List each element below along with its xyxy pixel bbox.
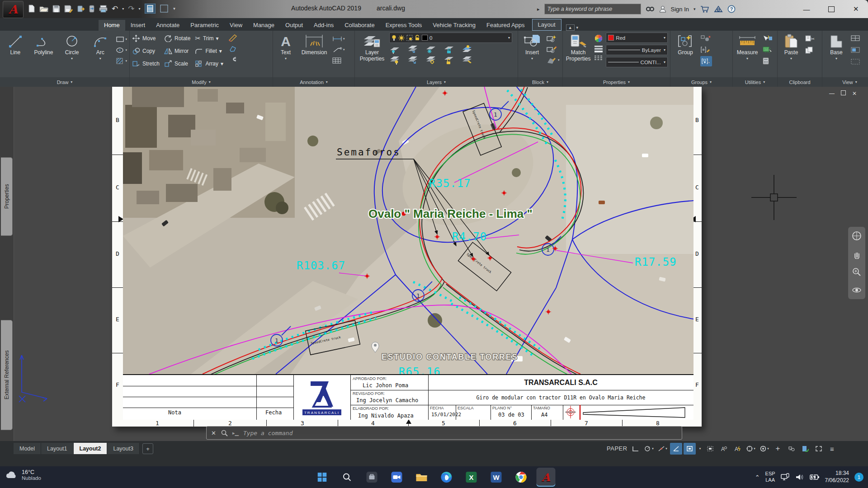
panel-label-block[interactable]: Block▾ — [518, 77, 562, 87]
viewport-minimize-icon[interactable]: — — [829, 90, 835, 97]
network-icon[interactable] — [781, 473, 790, 481]
annotation-scale-current-icon[interactable]: ▾ — [745, 443, 757, 455]
tab-model[interactable]: Model — [14, 443, 41, 454]
status-customize-icon[interactable]: ≡ — [826, 443, 838, 455]
tab-vehicle-tracking[interactable]: Vehicle Tracking — [427, 20, 481, 31]
arc-button[interactable]: Arc▾ — [87, 33, 113, 61]
chrome-icon[interactable] — [512, 468, 531, 487]
ribbon-minimize-icon[interactable]: ▲ — [566, 24, 575, 31]
polar-tracking-icon[interactable]: ▾ — [643, 443, 655, 455]
linetype-icon[interactable] — [594, 55, 603, 61]
clock[interactable]: 18:347/06/2022 — [825, 470, 849, 484]
command-customize-icon[interactable] — [221, 429, 228, 436]
panel-label-clipboard[interactable]: Clipboard — [778, 77, 822, 87]
offset-tool[interactable] — [228, 54, 238, 64]
layout-sheet[interactable]: B C D E F B C D E F 1 2 3 4 5 6 7 8 — [112, 87, 702, 427]
layer-lock-icon[interactable] — [415, 35, 420, 41]
tab-addins[interactable]: Add-ins — [308, 20, 339, 31]
undo-dropdown-icon[interactable]: ▾ — [122, 7, 124, 11]
app-store-cart-icon[interactable] — [700, 5, 709, 13]
polyline-button[interactable]: Polyline — [31, 33, 57, 56]
scale-button[interactable]: Scale — [164, 58, 190, 69]
battery-icon[interactable] — [810, 474, 820, 481]
layer-prev-icon[interactable] — [425, 56, 437, 65]
grid-toggle-icon[interactable] — [629, 443, 642, 455]
text-button[interactable]: A Text▾ — [275, 33, 296, 61]
linetype-dropdown[interactable]: CONTI...▾ — [606, 57, 668, 67]
leader-tool[interactable]: ▾ — [332, 45, 345, 54]
trim-button[interactable]: ✂Trim▾ — [195, 33, 223, 44]
sign-in-dropdown-icon[interactable]: ▾ — [693, 7, 696, 11]
layer-match-icon[interactable] — [407, 56, 419, 65]
isodraft-toggle-icon[interactable] — [670, 443, 682, 455]
paper-space-indicator[interactable]: PAPER — [607, 445, 627, 452]
pan-hand-icon[interactable] — [852, 249, 862, 259]
selection-cycling-icon[interactable] — [684, 443, 696, 455]
autoscale-icon[interactable]: A — [731, 443, 743, 455]
layer-dropdown-icon[interactable]: ▾ — [508, 36, 510, 40]
move-button[interactable]: Move — [132, 33, 160, 44]
line-button[interactable]: Line — [2, 33, 28, 56]
graphics-performance-icon[interactable] — [799, 443, 811, 455]
tab-express-tools[interactable]: Express Tools — [380, 20, 428, 31]
panel-label-properties[interactable]: Properties▾ — [563, 77, 670, 87]
layer-freeze-icon[interactable] — [425, 45, 437, 54]
quick-select-tool[interactable] — [762, 33, 773, 43]
keyword-search-input[interactable] — [544, 4, 641, 14]
weather-widget[interactable]: 16°CNublado — [5, 469, 41, 481]
language-indicator[interactable]: ESPLAA — [765, 471, 775, 483]
sign-in-button[interactable]: Sign In — [671, 6, 689, 13]
start-button[interactable] — [313, 468, 332, 487]
qat-customize-icon[interactable]: ▼ — [173, 7, 176, 11]
new-layout-button[interactable]: + — [142, 443, 153, 454]
close-icon[interactable]: ✕ — [853, 5, 859, 13]
plot-icon[interactable] — [77, 5, 85, 13]
paste-button[interactable]: Paste▾ — [780, 33, 802, 61]
print-icon[interactable] — [99, 5, 108, 13]
app-dark-icon[interactable] — [363, 468, 382, 487]
erase-tool[interactable] — [228, 33, 238, 42]
command-line-bar[interactable]: ✕ ▸▁ Type a command — [206, 426, 682, 440]
tab-manage[interactable]: Manage — [248, 20, 280, 31]
tab-output[interactable]: Output — [280, 20, 308, 31]
match-properties-button[interactable]: Match Properties — [565, 33, 591, 62]
word-icon[interactable]: W — [487, 468, 506, 487]
tab-featured-apps[interactable]: Featured Apps — [481, 20, 530, 31]
tab-annotate[interactable]: Annotate — [151, 20, 185, 31]
explode-tool[interactable] — [228, 43, 238, 53]
viewport-aerial-photo[interactable]: SpeedCrete truck SpeedCrete truck SpeedC… — [123, 87, 693, 374]
color-wheel-icon[interactable] — [594, 34, 603, 43]
insert-button[interactable]: Insert▾ — [520, 33, 544, 61]
layer-dropdown[interactable]: 0 ▾ — [389, 33, 512, 43]
copy-clip-tool[interactable] — [805, 45, 815, 55]
video-app-icon[interactable] — [387, 468, 406, 487]
layer-color-swatch[interactable] — [422, 35, 428, 41]
tab-layout[interactable]: Layout — [532, 19, 561, 31]
redo-icon[interactable]: ↷ — [128, 4, 134, 14]
dimension-button[interactable]: Dimension — [298, 33, 330, 56]
sidebar-tab-properties[interactable]: Properties — [1, 157, 13, 236]
table-tool[interactable] — [332, 56, 345, 65]
tab-collaborate[interactable]: Collaborate — [339, 20, 380, 31]
search-taskbar-icon[interactable] — [338, 468, 357, 487]
layer-lock-tool-icon[interactable] — [443, 45, 455, 54]
tab-view[interactable]: View — [224, 20, 248, 31]
search-expand-icon[interactable]: ▸ — [537, 6, 540, 12]
viewport-restore-icon[interactable] — [841, 90, 846, 95]
object-snap-icon[interactable]: ▾ — [656, 443, 669, 455]
layer-current-icon[interactable] — [462, 45, 473, 54]
array-button[interactable]: Array▾ — [195, 58, 223, 69]
tab-insert[interactable]: Insert — [125, 20, 151, 31]
cut-tool[interactable]: ✂ — [805, 33, 815, 43]
viewport-tool-2[interactable] — [850, 45, 860, 55]
ellipse-tool[interactable]: ▾ — [116, 45, 127, 55]
layer-unlock-icon[interactable] — [443, 56, 455, 65]
zoom-icon[interactable] — [852, 267, 862, 277]
ungroup-tool[interactable] — [700, 33, 712, 43]
undo-icon[interactable]: ↶ — [112, 4, 118, 14]
isolate-objects-icon[interactable] — [785, 443, 797, 455]
tab-layout1[interactable]: Layout1 — [41, 443, 73, 454]
clean-screen-icon[interactable] — [812, 443, 825, 455]
save-as-icon[interactable] — [64, 5, 73, 13]
layer-merge-icon[interactable] — [462, 56, 473, 65]
